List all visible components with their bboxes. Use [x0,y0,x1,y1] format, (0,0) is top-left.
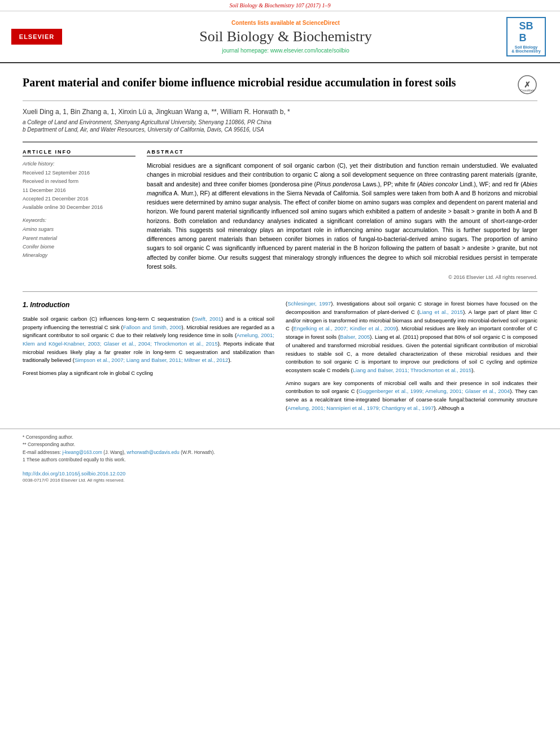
journal-top-bar: Soil Biology & Biochemistry 107 (2017) 1… [0,0,560,11]
right-para-2: Amino sugars are key components of micro… [286,379,537,413]
svg-text:CrossMark: CrossMark [520,89,535,92]
swift-ref[interactable]: Swift, 2001 [194,316,221,322]
balser-ref[interactable]: Balser, 2005 [340,334,370,340]
svg-text:✗: ✗ [524,80,531,89]
logo-subtitle: Soil Biology& Biochemistry [511,45,540,53]
copyright-line: © 2016 Elsevier Ltd. All rights reserved… [147,274,537,280]
article-info-abstract-section: ARTICLE INFO Article history: Received 1… [23,142,537,280]
article-dates: Received 12 September 2016 Received in r… [23,169,135,212]
keywords-label: Keywords: [23,217,135,223]
article-info-col: ARTICLE INFO Article history: Received 1… [23,149,135,280]
abstract-header: ABSTRACT [147,149,537,156]
sciencedirect-link[interactable]: ScienceDirect [303,20,340,26]
journal-citation: Soil Biology & Biochemistry 107 (2017) 1… [230,2,331,8]
liang-throckmorton-ref[interactable]: Liang and Balser, 2011; Throckmorton et … [353,367,472,373]
abstract-col: ABSTRACT Microbial residues are a signif… [147,149,537,280]
author-note: 1 These authors contributed equally to t… [23,456,537,464]
falloon-ref[interactable]: Falloon and Smith, 2000 [123,324,182,330]
corresponding-2: ** Corresponding author. [23,441,537,449]
logo-initials: SBB [519,20,533,44]
body-right-col: (Schlesinger, 1997). Investigations abou… [286,300,537,417]
keyword-2: Parent material [23,234,135,243]
header-center: Contents lists available at ScienceDirec… [73,17,498,56]
authors-text: Xueli Ding a, 1, Bin Zhang a, 1, Xinxin … [23,108,290,116]
gugg-ref[interactable]: Guggenberger et al., 1999; Amelung, 2001… [358,388,510,394]
intro-section-title: 1. Introduction [23,300,274,311]
keyword-1: Amino sugars [23,225,135,234]
revised-date: 11 December 2016 [23,187,66,193]
corresponding-1: * Corresponding author. [23,434,537,442]
history-label: Article history: [23,161,135,167]
journal-header: ELSEVIER Contents lists available at Sci… [0,11,560,63]
revised-label: Received in revised form [23,178,78,184]
email-line: E-mail addresses: j-kwang@163.com (J. Wa… [23,449,537,457]
intro-para-2: Forest biomes play a significant role in… [23,369,274,378]
intro-para-1: Stable soil organic carbon (C) influence… [23,315,274,365]
engelking-ref[interactable]: Engelking et al., 2007; Kindler et al., … [294,325,396,331]
footer-doi: http://dx.doi.org/10.1016/j.soilbio.2016… [0,469,560,477]
email-jwang-name: (J. Wang), [103,449,126,455]
email-label: E-mail addresses: [23,449,62,455]
accepted-date: Accepted 21 December 2016 [23,196,89,202]
journal-logo-box: SBB Soil Biology& Biochemistry [506,17,546,56]
liang-ref[interactable]: Liang et al., 2015 [419,309,463,315]
header-left: ELSEVIER [11,17,68,56]
journal-homepage: journal homepage: www.elsevier.com/locat… [222,47,349,54]
homepage-url[interactable]: www.elsevier.com/locate/soilbio [270,47,349,54]
crossmark-icon: ✗ CrossMark [517,75,537,95]
keyword-4: Mineralogy [23,251,135,260]
simpson-ref[interactable]: Simpson et al., 2007; Liang and Balser, … [75,357,229,363]
body-left-col: 1. Introduction Stable soil organic carb… [23,300,274,417]
affiliation-b: b Department of Land, Air, and Water Res… [23,126,537,133]
keyword-3: Conifer biome [23,243,135,251]
footer-notes: * Corresponding author. ** Corresponding… [0,429,560,469]
page: Soil Biology & Biochemistry 107 (2017) 1… [0,0,560,747]
sciencedirect-notice: Contents lists available at ScienceDirec… [231,20,340,26]
doi-link[interactable]: http://dx.doi.org/10.1016/j.soilbio.2016… [23,471,125,477]
journal-title: Soil Biology & Biochemistry [199,28,372,45]
authors-line: Xueli Ding a, 1, Bin Zhang a, 1, Xinxin … [23,108,537,116]
title-section: Parent material and conifer biome influe… [23,75,537,101]
body-section: 1. Introduction Stable soil organic carb… [23,291,537,417]
footer-issn: 0038-0717/© 2016 Elsevier Ltd. All right… [0,477,560,486]
amelung-ref1[interactable]: Amelung, 2001; Klem and Kögel-Knabner, 2… [23,332,274,347]
article-title: Parent material and conifer biome influe… [23,75,511,90]
elsevier-logo: ELSEVIER [11,29,62,45]
affiliation-a: a College of Land and Environment, Sheny… [23,119,537,125]
abstract-text: Microbial residues are a significant com… [147,161,537,271]
schlesinger-ref[interactable]: Schlesinger, 1997 [287,300,331,307]
email-horwath[interactable]: wrhorwath@ucdavis.edu [127,449,180,455]
received-date: Received 12 September 2016 [23,170,90,176]
header-right: SBB Soil Biology& Biochemistry [504,17,549,56]
email-horwath-name: (W.R. Horwath). [181,449,215,455]
keywords-section: Keywords: Amino sugars Parent material C… [23,217,135,260]
article-info-header: ARTICLE INFO [23,149,135,156]
available-date: Available online 30 December 2016 [23,204,103,210]
amelung-nanip-ref[interactable]: Amelung, 2001; Nannipieri et al., 1979; … [287,405,434,411]
article-content: Parent material and conifer biome influe… [0,63,560,429]
right-para-1: (Schlesinger, 1997). Investigations abou… [286,300,537,374]
email-jwang[interactable]: j-kwang@163.com [62,449,102,455]
